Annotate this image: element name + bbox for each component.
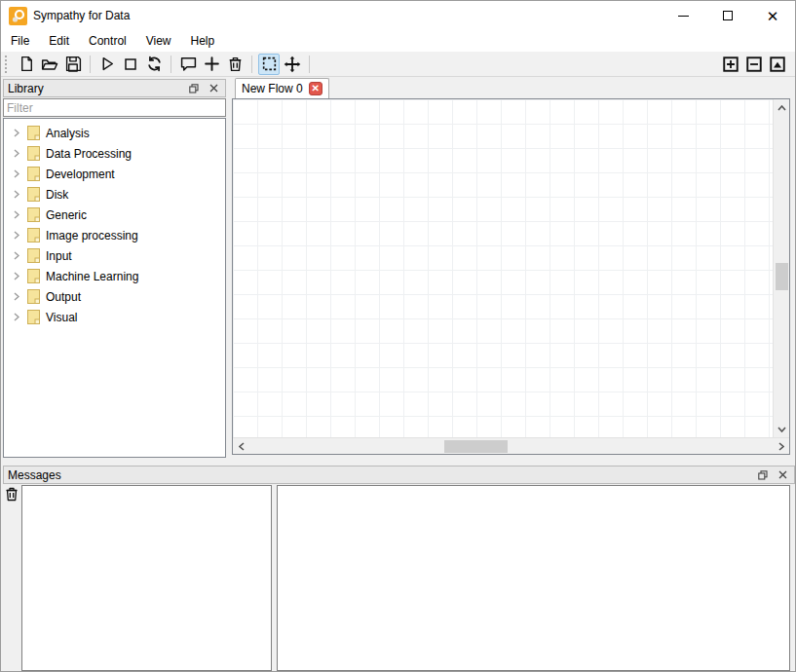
tab-close-button[interactable]: ✕ xyxy=(309,82,322,95)
run-icon xyxy=(99,56,116,72)
menu-file[interactable]: File xyxy=(3,31,37,51)
zoom-out-button[interactable] xyxy=(743,54,765,75)
toolbar-separator xyxy=(90,56,91,73)
open-flow-button[interactable] xyxy=(39,54,60,75)
toolbar-separator xyxy=(171,56,171,73)
library-item-label: Disk xyxy=(46,188,68,202)
library-item-machine-learning[interactable]: Machine Learning xyxy=(4,266,225,286)
reload-button[interactable] xyxy=(143,54,165,75)
reload-icon xyxy=(146,56,163,72)
chevron-right-icon[interactable] xyxy=(10,272,23,280)
select-rectangle-button[interactable] xyxy=(258,54,280,75)
chevron-right-icon[interactable] xyxy=(10,129,23,137)
library-item-label: Visual xyxy=(46,311,77,324)
zoom-in-icon xyxy=(722,56,739,73)
library-item-visual[interactable]: Visual xyxy=(4,307,225,327)
titlebar: Sympathy for Data ✕ xyxy=(1,1,795,30)
pan-button[interactable] xyxy=(282,54,303,75)
save-flow-button[interactable] xyxy=(62,54,84,75)
folder-icon xyxy=(27,146,40,161)
library-tree: Analysis Data Processing Development Dis… xyxy=(3,118,226,458)
chevron-right-icon[interactable] xyxy=(10,190,23,199)
library-item-label: Development xyxy=(46,168,115,181)
library-close-button[interactable] xyxy=(206,81,221,95)
folder-icon xyxy=(27,167,40,181)
caption-buttons: ✕ xyxy=(661,1,795,30)
folder-icon xyxy=(27,187,40,202)
chevron-right-icon[interactable] xyxy=(10,231,23,240)
horizontal-scrollbar[interactable] xyxy=(233,437,789,454)
toolbar-drag-handle[interactable] xyxy=(5,56,11,73)
library-item-output[interactable]: Output xyxy=(4,286,225,307)
messages-float-button[interactable] xyxy=(755,467,771,482)
library-item-generic[interactable]: Generic xyxy=(4,205,225,225)
menu-edit[interactable]: Edit xyxy=(41,31,77,51)
flow-canvas[interactable] xyxy=(232,98,790,455)
folder-icon xyxy=(27,269,40,283)
main-toolbar xyxy=(1,52,795,77)
menu-control[interactable]: Control xyxy=(81,31,134,51)
new-flow-icon xyxy=(19,56,35,72)
scroll-left-button[interactable] xyxy=(233,438,249,455)
chevron-right-icon[interactable] xyxy=(10,251,23,260)
library-item-label: Input xyxy=(46,249,72,263)
menu-view[interactable]: View xyxy=(138,31,179,51)
chevron-right-icon[interactable] xyxy=(10,210,23,219)
vertical-scrollbar[interactable] xyxy=(773,99,789,437)
select-rectangle-icon xyxy=(261,56,278,72)
clear-messages-trash-icon xyxy=(4,486,19,502)
chevron-left-icon xyxy=(239,442,245,451)
new-flow-button[interactable] xyxy=(16,54,37,75)
app-logo-icon xyxy=(9,7,27,25)
messages-header: Messages xyxy=(3,466,795,484)
messages-close-button[interactable] xyxy=(775,467,790,482)
menu-help[interactable]: Help xyxy=(183,31,223,51)
maximize-icon xyxy=(723,11,733,20)
clear-messages-button[interactable] xyxy=(3,485,20,503)
library-item-analysis[interactable]: Analysis xyxy=(4,123,225,143)
library-filter-input[interactable] xyxy=(3,98,226,117)
chevron-right-icon[interactable] xyxy=(10,169,23,178)
folder-icon xyxy=(27,289,40,304)
messages-title: Messages xyxy=(8,468,61,482)
chevron-right-icon[interactable] xyxy=(10,313,23,321)
run-button[interactable] xyxy=(96,54,118,75)
zoom-fit-button[interactable] xyxy=(767,54,788,75)
maximize-button[interactable] xyxy=(705,1,750,30)
library-panel: Library Analysis Data Processing xyxy=(3,79,226,459)
tab-new-flow-0[interactable]: New Flow 0 ✕ xyxy=(235,78,329,98)
messages-panel: Messages xyxy=(1,466,796,672)
add-button[interactable] xyxy=(201,54,222,75)
horizontal-scroll-thumb[interactable] xyxy=(444,440,508,453)
library-item-label: Analysis xyxy=(46,127,90,140)
flow-canvas-grid[interactable] xyxy=(233,99,773,437)
comment-button[interactable] xyxy=(177,54,199,75)
library-item-disk[interactable]: Disk xyxy=(4,184,225,205)
scroll-down-button[interactable] xyxy=(774,421,790,437)
scroll-up-button[interactable] xyxy=(774,99,790,116)
library-float-button[interactable] xyxy=(186,81,202,95)
messages-detail[interactable] xyxy=(277,485,790,671)
zoom-in-button[interactable] xyxy=(720,54,741,75)
library-item-label: Data Processing xyxy=(46,147,132,161)
minimize-icon xyxy=(678,16,689,17)
library-item-image-processing[interactable]: Image processing xyxy=(4,225,225,245)
library-item-development[interactable]: Development xyxy=(4,164,225,184)
tab-label: New Flow 0 xyxy=(242,82,303,95)
float-icon xyxy=(189,84,199,93)
delete-button[interactable] xyxy=(224,54,246,75)
stop-button[interactable] xyxy=(120,54,141,75)
messages-list[interactable] xyxy=(21,485,272,671)
minimize-button[interactable] xyxy=(661,1,705,30)
folder-icon xyxy=(27,126,40,140)
chevron-right-icon[interactable] xyxy=(10,149,23,158)
folder-icon xyxy=(27,248,40,263)
library-item-data-processing[interactable]: Data Processing xyxy=(4,143,225,164)
vertical-scroll-thumb[interactable] xyxy=(776,263,788,290)
scroll-right-button[interactable] xyxy=(773,438,789,455)
folder-icon xyxy=(27,228,40,243)
close-icon: ✕ xyxy=(767,9,779,23)
close-button[interactable]: ✕ xyxy=(750,1,795,30)
chevron-right-icon[interactable] xyxy=(10,292,23,301)
library-item-input[interactable]: Input xyxy=(4,245,225,266)
